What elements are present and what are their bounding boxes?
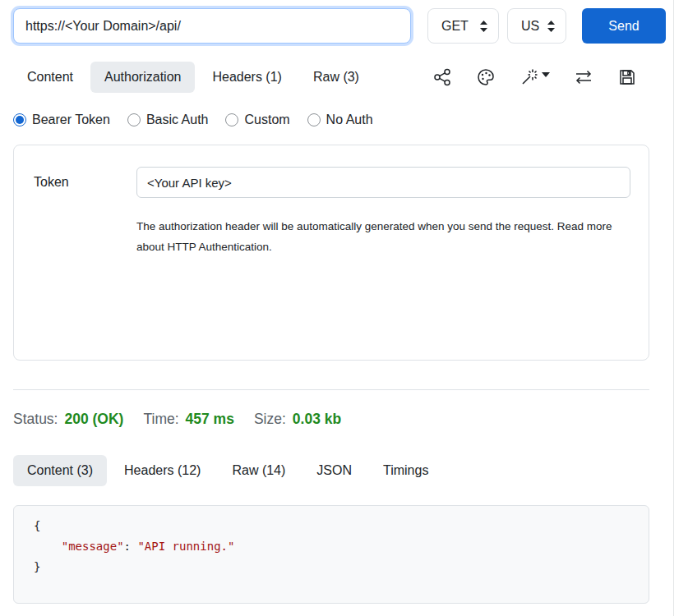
- region-selected-value: US: [521, 19, 539, 34]
- resp-tab-content[interactable]: Content (3): [13, 455, 107, 486]
- response-tabs-row: Content (3) Headers (12) Raw (14) JSON T…: [13, 455, 673, 486]
- palette-icon[interactable]: [476, 67, 496, 87]
- updown-stepper-icon: [479, 20, 488, 33]
- token-help-text: The authorization header will be automat…: [136, 216, 617, 257]
- token-input[interactable]: [136, 167, 630, 198]
- resp-tab-json[interactable]: JSON: [302, 455, 366, 486]
- tab-content[interactable]: Content: [13, 62, 87, 93]
- resp-tab-headers[interactable]: Headers (12): [110, 455, 215, 486]
- size-label: Size:: [254, 411, 286, 428]
- save-icon[interactable]: [617, 67, 637, 87]
- resp-tab-raw[interactable]: Raw (14): [218, 455, 299, 486]
- response-body-viewer[interactable]: { "message": "API running."}: [13, 505, 649, 604]
- tab-raw[interactable]: Raw (3): [299, 62, 373, 93]
- resp-tab-timings[interactable]: Timings: [369, 455, 442, 486]
- radio-icon: [225, 113, 238, 126]
- time-value: 457 ms: [186, 411, 234, 428]
- method-selected-value: GET: [441, 19, 469, 34]
- radio-label: Custom: [244, 113, 289, 127]
- status-code-pair: Status: 200 (OK): [13, 411, 123, 428]
- magic-wand-dropdown-icon[interactable]: [519, 67, 550, 87]
- tab-headers[interactable]: Headers (1): [198, 62, 295, 93]
- radio-no-auth[interactable]: No Auth: [307, 113, 373, 127]
- toolbar-icon-group: [432, 67, 637, 87]
- size-value: 0.03 kb: [293, 411, 341, 428]
- size-pair: Size: 0.03 kb: [254, 411, 341, 428]
- radio-bearer-token[interactable]: Bearer Token: [13, 113, 110, 127]
- status-value: 200 (OK): [64, 411, 123, 428]
- share-icon[interactable]: [432, 67, 452, 87]
- radio-custom[interactable]: Custom: [225, 113, 289, 127]
- api-client-page: GET US Send Content Authorization Header…: [0, 0, 674, 616]
- radio-label: Bearer Token: [32, 113, 110, 127]
- region-select[interactable]: US: [507, 8, 566, 44]
- status-label: Status:: [13, 411, 58, 428]
- request-bar: GET US Send: [13, 8, 673, 44]
- radio-icon: [307, 113, 321, 126]
- radio-label: No Auth: [326, 113, 373, 127]
- send-button[interactable]: Send: [582, 8, 666, 44]
- chevron-down-icon: [542, 72, 550, 77]
- section-divider: [13, 389, 649, 390]
- method-select[interactable]: GET: [427, 8, 499, 44]
- authorization-panel: Token The authorization header will be a…: [13, 145, 649, 361]
- radio-label: Basic Auth: [146, 113, 209, 127]
- tab-authorization[interactable]: Authorization: [90, 62, 195, 93]
- response-json-code: { "message": "API running."}: [34, 516, 629, 577]
- token-row: Token: [34, 167, 630, 198]
- time-label: Time:: [143, 411, 178, 428]
- radio-basic-auth[interactable]: Basic Auth: [127, 113, 209, 127]
- request-tabs-row: Content Authorization Headers (1) Raw (3…: [13, 62, 673, 93]
- response-status-row: Status: 200 (OK) Time: 457 ms Size: 0.03…: [13, 411, 673, 428]
- radio-icon: [127, 113, 141, 126]
- updown-stepper-icon: [547, 20, 556, 33]
- token-label: Token: [34, 175, 136, 190]
- url-input[interactable]: [13, 8, 411, 44]
- time-pair: Time: 457 ms: [143, 411, 233, 428]
- radio-icon: [13, 113, 26, 126]
- swap-arrows-icon[interactable]: [574, 67, 593, 87]
- auth-type-radio-group: Bearer Token Basic Auth Custom No Auth: [13, 113, 673, 127]
